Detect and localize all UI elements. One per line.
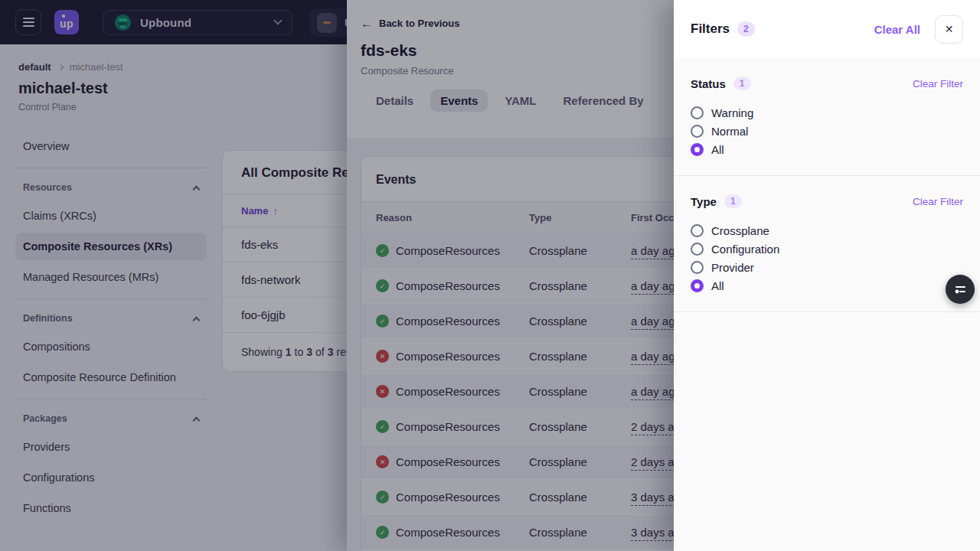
radio-option-provider[interactable]: Provider [691,258,963,276]
section-title: Status [691,77,726,90]
radio-option-warning[interactable]: Warning [691,103,963,122]
filters-header: Filters 2 Clear All ✕ [674,0,980,58]
type-radio-group: Crossplane Configuration Provider All [691,221,963,311]
radio-icon [691,243,704,256]
close-icon: ✕ [945,23,954,35]
filter-section-status: Status 1 Clear Filter Warning Normal All [674,58,980,175]
radio-icon [691,106,704,119]
radio-label: Crossplane [711,224,769,237]
filters-count-badge: 2 [737,21,755,37]
radio-icon [691,261,704,274]
radio-label: Configuration [711,243,779,256]
radio-selected-icon [691,279,704,292]
radio-label: Warning [711,106,753,119]
filters-panel: Filters 2 Clear All ✕ Status 1 Clear Fil… [674,0,980,551]
radio-label: All [711,143,724,156]
radio-label: Normal [711,125,748,138]
clear-all-button[interactable]: Clear All [874,23,920,36]
section-header: Status 1 Clear Filter [691,58,963,90]
filter-fab-button[interactable] [946,275,975,304]
app-root: up Upbound U default michael-test michae… [0,0,980,551]
radio-option-configuration[interactable]: Configuration [691,240,963,258]
clear-filter-button[interactable]: Clear Filter [913,196,963,207]
divider [674,311,980,312]
section-count-badge: 1 [724,194,742,208]
radio-option-all-status[interactable]: All [691,140,963,158]
radio-icon [691,224,704,237]
radio-label: All [711,279,724,292]
radio-icon [691,125,704,138]
radio-option-all-type[interactable]: All [691,276,963,295]
radio-option-normal[interactable]: Normal [691,122,963,140]
status-radio-group: Warning Normal All [691,103,963,175]
section-header: Type 1 Clear Filter [691,176,963,208]
section-count-badge: 1 [733,77,751,90]
clear-filter-button[interactable]: Clear Filter [913,78,963,90]
radio-label: Provider [711,261,754,274]
radio-option-crossplane[interactable]: Crossplane [691,221,963,240]
close-button[interactable]: ✕ [935,15,963,44]
radio-selected-icon [691,143,704,156]
filter-section-type: Type 1 Clear Filter Crossplane Configura… [674,176,980,311]
filters-title: Filters [691,21,730,37]
filter-icon [952,282,968,297]
section-title: Type [691,195,717,208]
